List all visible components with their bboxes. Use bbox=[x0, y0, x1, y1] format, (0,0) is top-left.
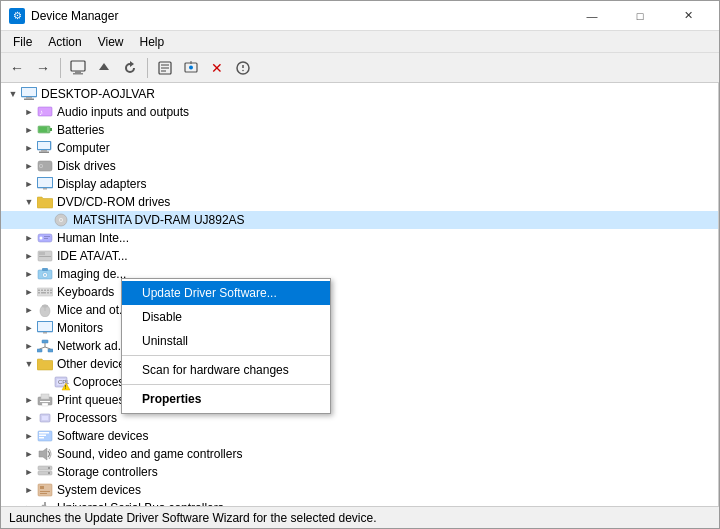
tree-toggle-batteries[interactable]: ► bbox=[21, 121, 37, 139]
svg-rect-61 bbox=[38, 322, 52, 331]
tree-item-dvd[interactable]: ▼ DVD/CD-ROM drives bbox=[1, 193, 718, 211]
minimize-button[interactable]: — bbox=[569, 1, 615, 31]
tree-item-keyboards[interactable]: ► Keyboards bbox=[1, 283, 718, 301]
svg-rect-82 bbox=[39, 435, 46, 437]
human-icon bbox=[37, 230, 53, 246]
tree-item-imaging[interactable]: ► Imaging de... bbox=[1, 265, 718, 283]
tree-root-label: DESKTOP-AOJLVAR bbox=[41, 87, 155, 101]
tree-item-audio[interactable]: ► ♪ Audio inputs and outputs bbox=[1, 103, 718, 121]
tree-item-print[interactable]: ► Print queues bbox=[1, 391, 718, 409]
tree-toggle-monitors[interactable]: ► bbox=[21, 319, 37, 337]
menu-file[interactable]: File bbox=[5, 33, 40, 51]
toolbar-refresh[interactable] bbox=[118, 56, 142, 80]
tree-toggle-human[interactable]: ► bbox=[21, 229, 37, 247]
svg-rect-63 bbox=[42, 340, 48, 343]
svg-rect-77 bbox=[42, 403, 48, 406]
tree-toggle-audio[interactable]: ► bbox=[21, 103, 37, 121]
tree-toggle-processors[interactable]: ► bbox=[21, 409, 37, 427]
tree-toggle-storage[interactable]: ► bbox=[21, 463, 37, 481]
tree-item-usb[interactable]: ► Universal Serial Bus controllers bbox=[1, 499, 718, 506]
tree-item-matshita[interactable]: MATSHITA DVD-RAM UJ892AS bbox=[1, 211, 718, 229]
tree-toggle-usb[interactable]: ► bbox=[21, 499, 37, 506]
ctx-scan[interactable]: Scan for hardware changes bbox=[122, 358, 330, 382]
toolbar-scan[interactable] bbox=[231, 56, 255, 80]
svg-rect-65 bbox=[48, 349, 53, 352]
tree-toggle-network[interactable]: ► bbox=[21, 337, 37, 355]
tree-item-human[interactable]: ► Human Inte... bbox=[1, 229, 718, 247]
ctx-uninstall[interactable]: Uninstall bbox=[122, 329, 330, 353]
network-icon bbox=[37, 338, 53, 354]
app-icon: ⚙ bbox=[9, 8, 25, 24]
tree-toggle-sound[interactable]: ► bbox=[21, 445, 37, 463]
main-content: ▼ DESKTOP-AOJLVAR ► ♪ Aud bbox=[1, 83, 719, 506]
tree-toggle-display[interactable]: ► bbox=[21, 175, 37, 193]
tree-item-system[interactable]: ► System devices bbox=[1, 481, 718, 499]
tree-item-storage[interactable]: ► Storage controllers bbox=[1, 463, 718, 481]
ctx-update-driver[interactable]: Update Driver Software... bbox=[122, 281, 330, 305]
toolbar: ← → bbox=[1, 53, 719, 83]
tree-toggle-computer[interactable]: ► bbox=[21, 139, 37, 157]
toolbar-back[interactable]: ← bbox=[5, 56, 29, 80]
tree-toggle-imaging[interactable]: ► bbox=[21, 265, 37, 283]
ctx-uninstall-label: Uninstall bbox=[142, 334, 188, 348]
tree-item-coprocessor[interactable]: CPU ! Coprocessor bbox=[1, 373, 718, 391]
toolbar-up[interactable] bbox=[92, 56, 116, 80]
tree-item-disk[interactable]: ► Disk drives bbox=[1, 157, 718, 175]
toolbar-sep-2 bbox=[147, 58, 148, 78]
tree-item-other[interactable]: ▼ Other devices bbox=[1, 355, 718, 373]
toolbar-computer[interactable] bbox=[66, 56, 90, 80]
menu-action[interactable]: Action bbox=[40, 33, 89, 51]
tree-label-imaging: Imaging de... bbox=[57, 267, 126, 281]
tree-label-software: Software devices bbox=[57, 429, 148, 443]
ide-icon bbox=[37, 248, 53, 264]
tree-item-ide[interactable]: ► IDE ATA/AT... bbox=[1, 247, 718, 265]
tree-root[interactable]: ▼ DESKTOP-AOJLVAR bbox=[1, 85, 718, 103]
processor-icon bbox=[37, 410, 53, 426]
svg-rect-38 bbox=[44, 236, 50, 237]
svg-rect-41 bbox=[39, 252, 45, 255]
tree-label-batteries: Batteries bbox=[57, 123, 104, 137]
tree-toggle-disk[interactable]: ► bbox=[21, 157, 37, 175]
toolbar-properties[interactable] bbox=[153, 56, 177, 80]
menu-view[interactable]: View bbox=[90, 33, 132, 51]
tree-item-software[interactable]: ► Software devices bbox=[1, 427, 718, 445]
svg-rect-24 bbox=[38, 142, 50, 149]
toolbar-update-driver[interactable] bbox=[179, 56, 203, 80]
maximize-button[interactable]: □ bbox=[617, 1, 663, 31]
ctx-disable[interactable]: Disable bbox=[122, 305, 330, 329]
svg-rect-39 bbox=[44, 238, 48, 239]
tree-item-display[interactable]: ► Display adapters bbox=[1, 175, 718, 193]
tree-toggle-root[interactable]: ▼ bbox=[5, 85, 21, 103]
tree-toggle-ide[interactable]: ► bbox=[21, 247, 37, 265]
svg-rect-54 bbox=[41, 292, 46, 294]
tree-label-sound: Sound, video and game controllers bbox=[57, 447, 242, 461]
tree-toggle-software[interactable]: ► bbox=[21, 427, 37, 445]
tree-toggle-system[interactable]: ► bbox=[21, 481, 37, 499]
svg-point-59 bbox=[42, 305, 48, 308]
tree-panel[interactable]: ▼ DESKTOP-AOJLVAR ► ♪ Aud bbox=[1, 83, 719, 506]
tree-item-mice[interactable]: ► Mice and ot... bbox=[1, 301, 718, 319]
svg-rect-31 bbox=[38, 178, 52, 187]
svg-rect-21 bbox=[50, 128, 52, 131]
tree-toggle-mice[interactable]: ► bbox=[21, 301, 37, 319]
tree-toggle-dvd[interactable]: ▼ bbox=[21, 193, 37, 211]
audio-icon: ♪ bbox=[37, 104, 53, 120]
tree-item-processors[interactable]: ► Processors bbox=[1, 409, 718, 427]
tree-item-monitors[interactable]: ► Monitors bbox=[1, 319, 718, 337]
tree-label-dvd: DVD/CD-ROM drives bbox=[57, 195, 170, 209]
tree-item-network[interactable]: ► Network ad... bbox=[1, 337, 718, 355]
tree-toggle-keyboards[interactable]: ► bbox=[21, 283, 37, 301]
toolbar-forward[interactable]: → bbox=[31, 56, 55, 80]
usb-icon bbox=[37, 500, 53, 506]
tree-item-batteries[interactable]: ► Batteries bbox=[1, 121, 718, 139]
tree-toggle-print[interactable]: ► bbox=[21, 391, 37, 409]
toolbar-cancel[interactable]: ✕ bbox=[205, 56, 229, 80]
system-icon bbox=[37, 482, 53, 498]
ctx-properties[interactable]: Properties bbox=[122, 387, 330, 411]
menu-help[interactable]: Help bbox=[132, 33, 173, 51]
tree-toggle-other[interactable]: ▼ bbox=[21, 355, 37, 373]
close-button[interactable]: ✕ bbox=[665, 1, 711, 31]
tree-item-sound[interactable]: ► Sound, video and game controllers bbox=[1, 445, 718, 463]
tree-item-computer[interactable]: ► Computer bbox=[1, 139, 718, 157]
svg-rect-1 bbox=[75, 71, 81, 73]
